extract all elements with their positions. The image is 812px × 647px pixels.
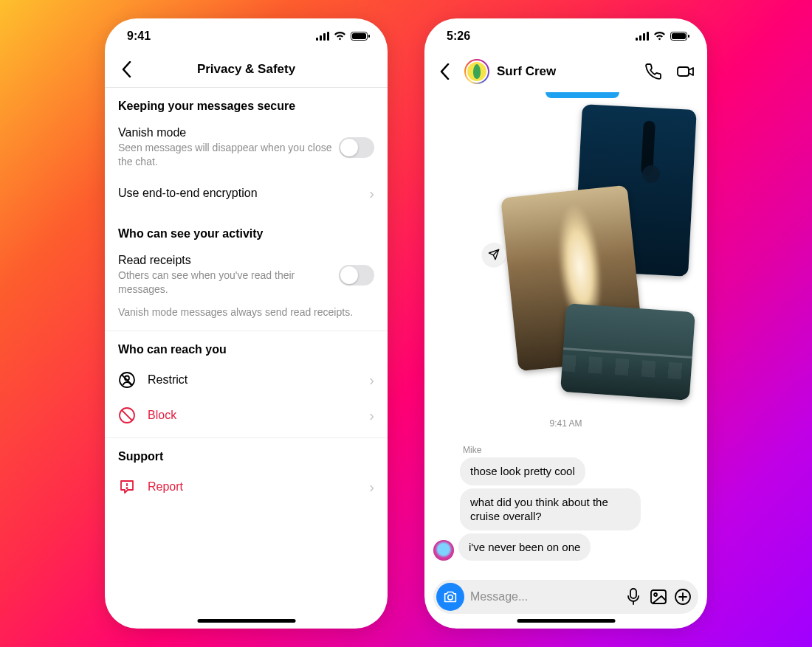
svg-rect-17 [647,32,649,41]
message-bubble[interactable]: those look pretty cool [460,457,585,485]
camera-icon [443,590,458,603]
row-label: Report [148,480,357,494]
svg-rect-5 [352,33,366,39]
message-bubble[interactable]: what did you think about the cruise over… [460,488,641,530]
back-button[interactable] [432,59,457,84]
chat-title[interactable]: Surf Crew [497,64,633,79]
row-title: Read receipts [118,254,333,267]
video-call-button[interactable] [673,59,698,84]
home-indicator [517,619,615,623]
chevron-right-icon: › [369,185,374,202]
nav-bar: Privacy & Safety [105,51,388,88]
svg-rect-16 [643,33,645,41]
message-row: what did you think about the cruise over… [433,488,698,530]
vanish-mode-toggle[interactable] [339,137,374,158]
row-subtitle: Others can see when you've read their me… [118,269,333,297]
section-header-activity: Who can see your activity [105,211,388,246]
row-e2ee[interactable]: Use end-to-end encryption › [105,178,388,211]
status-indicators [636,32,689,41]
row-label: Restrict [148,373,357,387]
gallery-button[interactable] [649,586,668,608]
chevron-right-icon: › [369,479,374,496]
svg-rect-0 [316,38,318,41]
chevron-left-icon [440,63,450,80]
chat-timestamp: 9:41 AM [424,418,707,429]
svg-point-13 [126,488,127,488]
row-label: Block [148,409,357,422]
video-icon [676,63,695,80]
svg-point-22 [448,595,453,601]
row-read-receipts[interactable]: Read receipts Others can see when you've… [105,246,388,305]
svg-rect-6 [368,35,370,38]
chat-nav-bar: Surf Crew [424,51,707,92]
audio-call-button[interactable] [641,59,666,84]
row-block[interactable]: Block › [105,398,388,433]
plus-circle-icon [674,588,692,606]
sent-photo-collage[interactable] [495,107,694,398]
svg-point-26 [654,593,657,596]
phone-icon [644,63,662,80]
row-title: Vanish mode [118,126,333,139]
read-receipts-note: Vanish mode messages always send read re… [105,305,388,331]
svg-rect-3 [327,32,329,41]
read-receipts-toggle[interactable] [339,265,374,286]
svg-rect-19 [672,33,686,39]
share-icon [488,249,500,260]
row-title: Use end-to-end encryption [118,187,369,200]
settings-list: Keeping your messages secure Vanish mode… [105,88,388,629]
add-button[interactable] [673,586,692,608]
row-vanish-mode[interactable]: Vanish mode Seen messages will disappear… [105,119,388,178]
row-subtitle: Seen messages will disappear when you cl… [118,141,333,169]
svg-rect-2 [323,33,326,41]
chat-content: 9:41 AM Mike those look pretty cool what… [424,92,707,629]
image-icon [650,589,667,605]
svg-line-11 [122,410,132,421]
chat-avatar[interactable] [464,59,489,84]
battery-icon [670,32,689,41]
forward-button[interactable] [482,243,506,266]
svg-rect-1 [320,35,322,41]
message-bubble[interactable]: i've never been on one [458,533,591,561]
section-header-support: Support [105,438,388,469]
surfboard-icon [472,63,482,80]
status-indicators [316,32,370,41]
message-input[interactable] [470,590,618,603]
cellular-icon [636,32,649,41]
report-icon [118,478,136,496]
page-title: Privacy & Safety [105,62,388,77]
sender-name: Mike [463,445,698,455]
message-composer [433,580,698,614]
phone-privacy-settings: 9:41 Privacy & Safety Keeping your messa… [105,18,388,629]
message-row: those look pretty cool [433,457,698,485]
status-bar: 9:41 [105,18,388,51]
svg-rect-15 [639,35,641,41]
row-restrict[interactable]: Restrict › [105,362,388,398]
restrict-icon [118,371,136,389]
chevron-right-icon: › [369,407,374,424]
message-list: Mike those look pretty cool what did you… [424,445,707,564]
svg-rect-14 [636,38,638,41]
wifi-icon [334,32,346,41]
camera-button[interactable] [436,583,464,611]
battery-icon [351,32,370,41]
row-report[interactable]: Report › [105,469,388,505]
unread-pill [546,92,619,98]
chevron-right-icon: › [369,372,374,389]
phone-chat: 5:26 Surf Crew [424,18,707,629]
sender-avatar[interactable] [433,540,454,561]
photo-pool[interactable] [560,303,695,401]
svg-rect-21 [678,67,689,76]
home-indicator [197,619,295,623]
mic-button[interactable] [624,586,643,608]
section-header-secure: Keeping your messages secure [105,88,388,119]
svg-rect-20 [688,35,689,38]
cellular-icon [316,32,329,41]
mic-icon [625,588,641,606]
svg-rect-25 [651,590,666,603]
svg-rect-23 [630,589,636,598]
wifi-icon [653,32,666,41]
status-time: 9:41 [127,30,151,43]
status-bar: 5:26 [424,18,707,51]
section-header-reach: Who can reach you [105,331,388,362]
message-row: i've never been on one [433,533,698,561]
